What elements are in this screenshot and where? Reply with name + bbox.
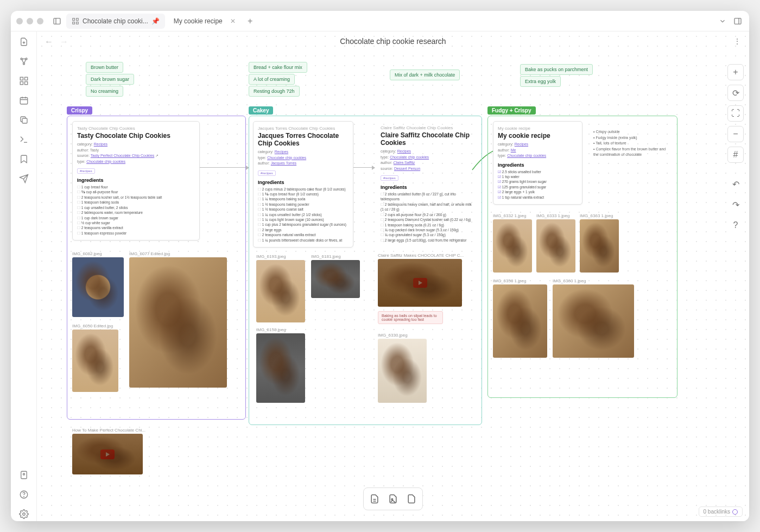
left-sidebar [11,31,37,521]
calendar-icon[interactable] [19,96,29,107]
svg-point-10 [21,58,22,60]
app-window: Chocolate chip cooki... 📌 My cookie reci… [11,11,749,521]
image-crispy-2[interactable]: IMG_6077 Edited.jpg [129,251,227,388]
titlebar: Chocolate chip cooki... 📌 My cookie reci… [11,11,749,31]
terminal-icon[interactable] [19,135,29,147]
tag-dark-brown-sugar[interactable]: Dark brown sugar [86,74,134,85]
image-my-3[interactable]: IMG_6363 1.jpeg [580,213,619,273]
image-crispy-3[interactable]: IMG_6050 Edited.jpg [72,324,118,392]
svg-point-12 [23,63,24,65]
play-icon[interactable] [100,449,115,459]
backlink-icon [732,509,738,515]
graph-icon[interactable] [19,56,29,68]
svg-rect-3 [77,18,79,20]
ingredients-list: 1 cup bread flour⅔ cup all-purpose flour… [77,185,195,236]
tag-resting[interactable]: Resting dough 72h [249,86,300,97]
svg-rect-6 [734,18,741,24]
svg-point-26 [23,496,24,497]
content: ← → Chocolate chip cookie research ⋮ + ⟳… [11,31,749,521]
svg-rect-14 [24,77,27,80]
window-controls[interactable] [16,18,43,24]
chip[interactable]: #recipes [77,168,95,174]
tag-creaming[interactable]: A lot of creaming [249,74,295,85]
image-crispy-1[interactable]: IMG_6082.jpeg [72,251,124,317]
svg-rect-16 [24,82,27,85]
tag-choc-mix[interactable]: Mix of dark + milk chocolate [390,69,460,80]
svg-point-27 [22,513,25,516]
close-icon[interactable]: ✕ [230,17,236,25]
send-icon[interactable] [19,174,29,186]
image-my-2[interactable]: IMG_6333 1.jpeg [536,213,575,273]
panel-toggle-icon[interactable] [732,15,744,27]
canvas[interactable]: Brown butter Dark brown sugar No creamin… [37,31,749,521]
card-super: Tasty Chocolate Chip Cookies [77,126,195,131]
image-note[interactable]: IMG_6330.jpeg [378,333,427,403]
svg-rect-21 [22,118,27,123]
video-claire[interactable]: Claire Saffitz Makes CHOCOLATE CHIP C... [378,253,464,307]
insert-blank-icon[interactable] [403,490,420,508]
image-my-5[interactable]: IMG_6360 1.jpeg [553,278,634,358]
section-label: Cakey [249,106,273,115]
section-label: Fudgy + Crispy [487,106,536,115]
location-icon[interactable] [19,470,29,482]
tag-pucks[interactable]: Bake as pucks on parchment [520,64,593,75]
settings-icon[interactable] [19,509,29,521]
tab-cookie-research[interactable]: Chocolate chip cooki... 📌 [66,14,165,29]
apps-icon[interactable] [19,76,29,88]
chevron-down-icon[interactable] [717,15,729,27]
image-my-1[interactable]: IMG_6332 1.jpeg [493,213,532,273]
new-tab-button[interactable]: + [244,15,256,27]
tab-my-recipe[interactable]: My cookie recipe ✕ [168,14,241,29]
sidebar-toggle-icon[interactable] [51,15,63,27]
svg-rect-15 [20,82,23,85]
insert-toolbar [363,487,423,510]
tag-flour-mix[interactable]: Bread + cake flour mix [249,62,307,73]
video-howto[interactable]: How To Make Perfect Chocolate Chi... [72,428,145,474]
tag-brown-butter[interactable]: Brown butter [86,62,123,73]
insert-doc-icon[interactable] [366,490,383,508]
backlinks-indicator[interactable]: 0 backlinks [699,506,743,517]
svg-rect-0 [54,18,60,24]
svg-point-11 [26,58,27,60]
card-meta: category: Recipesauthor: Tastysource: Ta… [77,142,195,164]
tab-label: My cookie recipe [174,17,223,25]
card-tasty[interactable]: Tasty Chocolate Chip Cookies Tasty Choco… [72,121,200,240]
insert-image-icon[interactable] [384,490,402,508]
tag-no-creaming[interactable]: No creaming [86,86,123,97]
grid-icon [72,17,79,25]
svg-rect-17 [20,98,28,104]
copy-icon[interactable] [19,115,29,127]
pin-icon[interactable]: 📌 [151,17,160,25]
canvas-area[interactable]: ← → Chocolate chip cookie research ⋮ + ⟳… [37,31,749,521]
tag-yolk[interactable]: Extra egg yolk [520,76,561,87]
play-icon[interactable] [413,278,427,288]
bookmark-icon[interactable] [19,154,29,166]
ingredients-heading: Ingredients [77,178,195,183]
image-cakey-2[interactable]: IMG_6181.jpeg [311,254,360,298]
svg-point-24 [23,473,24,475]
card-claire[interactable]: Claire Saffitz Chocolate Chip Cookies Cl… [376,121,479,247]
card-mine[interactable]: My cookie recipe My cookie recipe catego… [493,121,582,205]
new-page-icon[interactable] [19,37,29,49]
svg-rect-13 [20,77,23,80]
svg-rect-5 [77,22,79,24]
svg-rect-4 [73,22,75,24]
card-title: Tasty Chocolate Chip Cookies [77,132,195,140]
image-cakey-1[interactable]: IMG_6193.jpeg [256,254,305,322]
card-jacques[interactable]: Jacques Torres Chocolate Chip Cookies Ja… [253,121,353,248]
svg-rect-2 [73,18,75,20]
image-cakey-3[interactable]: IMG_6158.jpeg [256,327,305,403]
tab-label: Chocolate chip cooki... [83,17,148,25]
help-icon[interactable] [19,490,29,502]
side-notes: Crispy outsideFudgy inside (extra yolk)T… [593,129,669,158]
section-label: Crispy [67,106,92,115]
note-spreading[interactable]: Baking as balls on silpat leads to cooki… [378,311,443,324]
image-my-4[interactable]: IMG_6358 1.jpeg [493,278,547,358]
